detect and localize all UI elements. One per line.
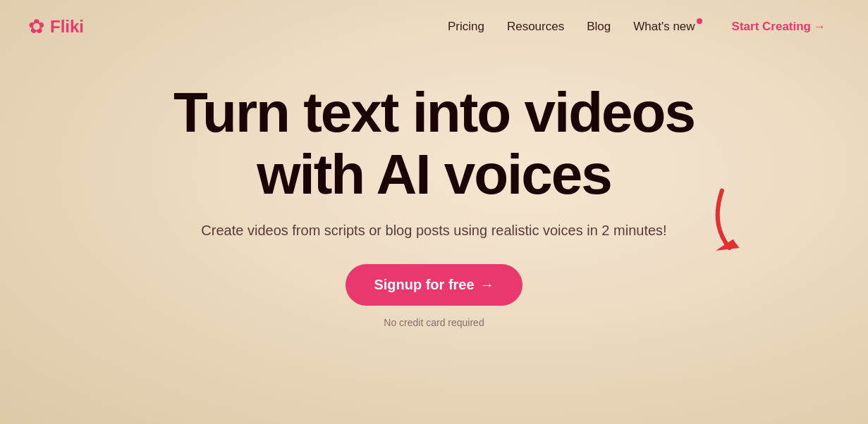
start-creating-label: Start Creating — [732, 20, 811, 34]
hero-title: Turn text into videos with AI voices — [173, 82, 695, 206]
no-credit-text: No credit card required — [384, 317, 484, 328]
start-creating-arrow: → — [814, 20, 826, 34]
signup-arrow: → — [480, 277, 494, 293]
nav-links: Pricing Resources Blog What's new Start … — [448, 11, 840, 42]
nav-pricing[interactable]: Pricing — [448, 20, 484, 34]
logo-icon: ✿ — [28, 17, 44, 37]
start-creating-button[interactable]: Start Creating → — [718, 11, 840, 42]
logo-text: Fliki — [50, 17, 84, 37]
signup-button[interactable]: Signup for free → — [346, 264, 522, 306]
hero-title-line1: Turn text into videos — [173, 81, 695, 144]
navbar: ✿ Fliki Pricing Resources Blog What's ne… — [0, 0, 868, 54]
notification-dot — [697, 18, 702, 24]
hero-section: Turn text into videos with AI voices Cre… — [0, 54, 868, 328]
nav-resources[interactable]: Resources — [507, 20, 564, 34]
decorative-arrow — [699, 194, 769, 261]
nav-whats-new[interactable]: What's new — [633, 20, 695, 34]
nav-blog[interactable]: Blog — [587, 20, 611, 34]
svg-marker-0 — [716, 235, 741, 260]
logo[interactable]: ✿ Fliki — [28, 17, 84, 37]
signup-label: Signup for free — [374, 277, 474, 293]
hero-subtitle: Create videos from scripts or blog posts… — [201, 223, 666, 239]
nav-whats-new-wrapper: What's new — [633, 20, 695, 34]
hero-title-line2: with AI voices — [257, 143, 611, 206]
